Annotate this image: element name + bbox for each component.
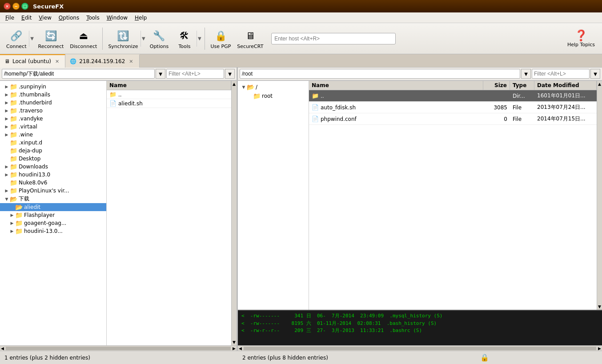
menu-edit[interactable]: Edit	[18, 14, 35, 22]
tree-toggle-dejadup[interactable]	[4, 148, 10, 154]
remote-filter-dropdown[interactable]: ▼	[590, 69, 600, 79]
tree-item-xiazai[interactable]: ▼ 📂 下载	[0, 195, 106, 203]
tree-item-xinputd[interactable]: 📁 .xinput.d	[0, 139, 106, 147]
reconnect-button[interactable]: 🔄 Reconnect	[35, 26, 66, 51]
tab-local-close[interactable]: ✕	[54, 58, 60, 65]
remote-col-name[interactable]: Name	[309, 81, 483, 90]
tree-item-playonlinux[interactable]: ▶ 📁 PlayOnLinux's vir...	[0, 187, 106, 195]
tree-toggle-playonlinux[interactable]: ▶	[4, 188, 10, 194]
local-file-item-alieditsh[interactable]: 📄 aliedit.sh	[107, 99, 231, 108]
tree-toggle-sunpinyin[interactable]: ▶	[4, 84, 10, 90]
minimize-button[interactable]: −	[12, 3, 20, 10]
tree-toggle-houdini13b[interactable]: ▶	[9, 228, 15, 234]
remote-col-size[interactable]: Size	[483, 81, 510, 90]
connect-dropdown[interactable]: ▼	[29, 31, 34, 47]
remote-tree-item-root[interactable]: ▼ 📂 /	[238, 83, 309, 92]
tools-button[interactable]: 🛠 Tools	[172, 26, 197, 51]
connect-button[interactable]: 🔗 Connect	[4, 26, 29, 51]
tools-dropdown[interactable]: ▼	[197, 31, 202, 47]
local-hscroll-thumb[interactable]	[6, 347, 231, 350]
connect-group[interactable]: 🔗 Connect ▼	[4, 26, 34, 51]
synchronize-button[interactable]: 🔃 Synchronize	[105, 26, 140, 51]
tab-local[interactable]: 🖥 Local (ubuntu) ✕	[0, 54, 65, 68]
close-button[interactable]: ×	[4, 3, 11, 10]
remote-scrollbar[interactable]: ▲ ▼	[597, 81, 602, 310]
window-controls[interactable]: × − □	[4, 3, 28, 10]
remote-path-input[interactable]	[240, 69, 520, 79]
tree-toggle-desktop[interactable]	[4, 156, 10, 162]
tree-toggle-xiazai[interactable]: ▼	[4, 196, 10, 202]
tree-item-sunpinyin[interactable]: ▶ 📁 .sunpinyin	[0, 83, 106, 91]
local-hscroll[interactable]: ◀ ▶	[0, 346, 238, 351]
tree-item-traverso[interactable]: ▶ 📁 .traverso	[0, 107, 106, 115]
tree-toggle-aliedit[interactable]	[9, 204, 15, 210]
remote-hscroll[interactable]: ◀ ▶	[238, 346, 602, 351]
menu-file[interactable]: File	[2, 14, 18, 22]
remote-file-item-autofdisk[interactable]: 📄 auto_fdisk.sh 3085 File 2013年07月24日...	[309, 102, 597, 113]
remote-hscroll-right[interactable]: ▶	[597, 346, 602, 351]
tree-toggle-wine[interactable]: ▶	[4, 132, 10, 138]
tree-toggle-downloads[interactable]: ▶	[4, 164, 10, 170]
tree-toggle-vandyke[interactable]: ▶	[4, 116, 10, 122]
tree-toggle-traverso[interactable]: ▶	[4, 108, 10, 114]
synchronize-group[interactable]: 🔃 Synchronize ▼	[105, 26, 146, 51]
synchronize-dropdown[interactable]: ▼	[140, 31, 146, 47]
menu-window[interactable]: Window	[103, 14, 131, 22]
menu-help[interactable]: Help	[131, 14, 150, 22]
tree-toggle-root[interactable]: ▼	[241, 84, 247, 90]
remote-hscroll-thumb[interactable]	[244, 347, 596, 350]
tree-item-wine[interactable]: ▶ 📁 .wine	[0, 131, 106, 139]
tools-group[interactable]: 🛠 Tools ▼	[172, 26, 202, 51]
remote-filter-input[interactable]	[532, 69, 590, 79]
local-hscroll-left[interactable]: ◀	[0, 346, 5, 351]
tree-toggle-thunderbird[interactable]: ▶	[4, 100, 10, 106]
tree-item-goagent[interactable]: ▶ 📁 goagent-goag...	[0, 219, 106, 227]
disconnect-button[interactable]: ⏏ Disconnect	[67, 26, 100, 51]
tree-toggle-xinputd[interactable]	[4, 140, 10, 146]
menu-tools[interactable]: Tools	[83, 14, 103, 22]
tree-toggle-rootdir[interactable]	[247, 93, 253, 99]
local-filter-input[interactable]	[166, 69, 224, 79]
tab-remote-close[interactable]: ✕	[128, 58, 134, 65]
local-scrollbar[interactable]: ▲ ▼	[231, 81, 237, 345]
securecrt-button[interactable]: 🖥 SecureCRT	[234, 26, 266, 51]
tree-toggle-virtaal[interactable]: ▶	[4, 124, 10, 130]
tree-toggle-goagent[interactable]: ▶	[9, 220, 15, 226]
remote-tree-item-rootdir[interactable]: 📁 root	[238, 92, 309, 100]
tree-item-nuke[interactable]: 📁 Nuke8.0v6	[0, 179, 106, 187]
tree-toggle-flashplayer[interactable]: ▶	[9, 212, 15, 218]
tree-item-vandyke[interactable]: ▶ 📁 .vandyke	[0, 115, 106, 123]
remote-col-type[interactable]: Type	[510, 81, 534, 90]
local-hscroll-right[interactable]: ▶	[232, 346, 237, 351]
local-path-dropdown[interactable]: ▼	[156, 69, 165, 79]
local-file-item-parent[interactable]: 📁 ..	[107, 90, 231, 99]
use-pgp-button[interactable]: 🔒 Use PGP	[208, 26, 233, 51]
tree-item-thumbnails[interactable]: ▶ 📁 .thumbnails	[0, 91, 106, 99]
remote-file-item-parent[interactable]: 📁 .. Dir... 1601年01月01日...	[309, 90, 597, 102]
tree-item-dejadup[interactable]: 📁 deja-dup	[0, 147, 106, 155]
tree-toggle-houdini13[interactable]: ▶	[4, 172, 10, 178]
remote-file-item-phpwind[interactable]: 📄 phpwind.conf 0 File 2014年07月15日...	[309, 113, 597, 125]
options-button[interactable]: 🔧 Options	[147, 26, 171, 51]
tree-item-flashplayer[interactable]: ▶ 📁 Flashplayer	[0, 211, 106, 219]
tree-item-downloads[interactable]: ▶ 📁 Downloads	[0, 163, 106, 171]
tree-item-desktop[interactable]: 📁 Desktop	[0, 155, 106, 163]
tab-remote[interactable]: 🌐 218.244.159.162 ✕	[65, 54, 139, 68]
help-topics-button[interactable]: ❓ Help Topics	[564, 28, 598, 49]
scroll-up-icon[interactable]: ▲	[598, 82, 601, 86]
menu-view[interactable]: View	[35, 14, 55, 22]
local-path-input[interactable]	[2, 69, 155, 79]
local-col-name[interactable]: Name	[107, 81, 231, 90]
tree-item-thunderbird[interactable]: ▶ 📁 .thunderbird	[0, 99, 106, 107]
host-input[interactable]	[271, 33, 396, 44]
tree-toggle-nuke[interactable]	[4, 180, 10, 186]
local-filter-dropdown[interactable]: ▼	[225, 69, 235, 79]
menu-options[interactable]: Options	[55, 14, 83, 22]
tree-item-houdini13[interactable]: ▶ 📁 houdini13.0	[0, 171, 106, 179]
maximize-button[interactable]: □	[21, 3, 28, 10]
tree-item-virtaal[interactable]: ▶ 📁 .virtaal	[0, 123, 106, 131]
tree-item-houdini13b[interactable]: ▶ 📁 houdini-13.0...	[0, 227, 106, 235]
scroll-down-icon[interactable]: ▼	[598, 304, 601, 309]
tree-item-aliedit[interactable]: 📂 aliedit	[0, 203, 106, 211]
remote-col-date[interactable]: Date Modified	[534, 81, 597, 90]
